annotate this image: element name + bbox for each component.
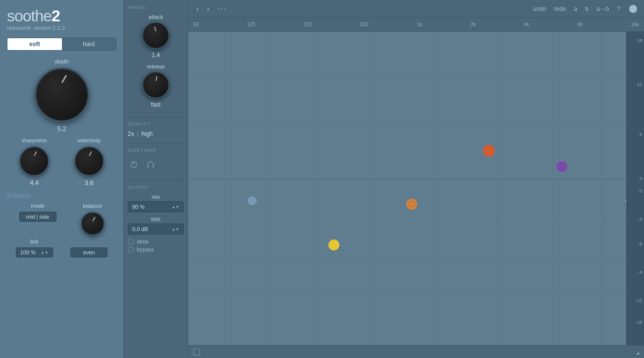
middle-panel: SPEED attack 1.4 release fast QUALITY 2x…: [124, 0, 188, 358]
more-button[interactable]: ···: [215, 3, 229, 14]
dual-knob-row: sharpness 4.4 selectivity 3.6: [7, 137, 116, 186]
app-logo: soothe2: [7, 8, 116, 24]
stereo-section: STEREO mode mid | side balance link: [7, 191, 116, 260]
stereo-link-item: link 100 % ▲▼: [16, 239, 53, 257]
right-panel: ‹ › ··· undo redo a b a→b ? 631252505: [188, 0, 644, 358]
ab-b-button[interactable]: b: [585, 5, 589, 12]
mode-soft-button[interactable]: soft: [7, 38, 62, 50]
trim-input[interactable]: 0.0 dB ▲▼: [128, 224, 184, 235]
freq-label-125: 125: [247, 22, 256, 27]
help-button[interactable]: ?: [617, 5, 620, 12]
balance-label: balance: [83, 203, 102, 209]
sharpness-label: sharpness: [22, 137, 47, 143]
depth-knob[interactable]: [35, 67, 89, 122]
freq-ruler: 631252505001k2k4k8k16k: [188, 18, 644, 32]
db-0a: 0: [640, 176, 642, 181]
bypass-row: bypass: [128, 246, 184, 252]
quality-section-label: QUALITY: [128, 121, 184, 126]
freq-label-1k: 1k: [417, 22, 422, 27]
speed-section-label: SPEED: [128, 5, 184, 10]
svg-rect-2: [147, 165, 149, 168]
freq-labels-row: 631252505001k2k4k8k16k: [188, 22, 644, 27]
depth-section: depth 5.2: [7, 59, 116, 132]
link-label: link: [30, 239, 39, 244]
attack-value: 1.4: [128, 52, 184, 59]
mix-spinner-arrows: ▲▼: [171, 205, 179, 209]
bottom-bar: [188, 345, 644, 358]
undo-button[interactable]: undo: [533, 5, 546, 12]
mode-select[interactable]: mid | side: [19, 212, 56, 222]
attack-knob[interactable]: [142, 22, 169, 49]
quality-divider: |: [137, 131, 139, 137]
top-actions: undo redo a b a→b ?: [533, 4, 638, 14]
freq-label-63: 63: [193, 22, 199, 27]
stereo-balance-item: balance: [81, 203, 105, 236]
trim-value: 0.0 dB: [132, 226, 148, 232]
settings-icon[interactable]: [628, 4, 638, 14]
db-0b: 0: [640, 188, 642, 193]
mix-input[interactable]: 80 % ▲▼: [128, 201, 184, 212]
attack-label: attack: [128, 14, 184, 20]
node-yellow[interactable]: [328, 239, 339, 250]
db-neg6: -6: [638, 241, 642, 246]
quality-row: 2x | high: [128, 130, 184, 137]
mode-hard-button[interactable]: hard: [62, 38, 116, 50]
release-knob[interactable]: [142, 71, 169, 99]
node-orange[interactable]: [483, 145, 495, 157]
trim-label: trim: [128, 216, 184, 222]
freq-label-4k: 4k: [524, 22, 530, 27]
selectivity-wrap: selectivity 3.6: [74, 137, 104, 186]
delta-radio[interactable]: [128, 239, 134, 244]
ab-a-button[interactable]: a: [574, 5, 578, 12]
forward-button[interactable]: ›: [205, 3, 211, 14]
release-indicator: [156, 76, 158, 81]
db-12: 12: [637, 82, 642, 87]
db-scale: 18 12 6 0 0 -3 -6 -9 -12 -18: [626, 32, 644, 345]
logo-name: soothe: [7, 7, 52, 25]
back-button[interactable]: ‹: [194, 3, 201, 14]
freq-label-16k: 16k: [631, 22, 639, 27]
top-bar: ‹ › ··· undo redo a b a→b ?: [188, 0, 644, 18]
node-gray[interactable]: [248, 196, 257, 205]
attack-indicator: [154, 26, 156, 31]
mix-label: mix: [128, 194, 184, 200]
divider-1: [128, 117, 184, 118]
selectivity-knob[interactable]: [74, 146, 104, 176]
db-neg3: -3: [638, 217, 642, 222]
stereo-mode-row: mode mid | side balance: [7, 203, 116, 236]
freq-label-2k: 2k: [470, 22, 476, 27]
eq-area[interactable]: 18 12 6 0 0 -3 -6 -9 -12 -18: [188, 32, 644, 345]
small-square-icon[interactable]: [193, 349, 200, 356]
selectivity-indicator: [89, 151, 92, 156]
link-spinner[interactable]: 100 % ▲▼: [16, 247, 53, 257]
node-purple[interactable]: [556, 161, 567, 172]
balance-knob[interactable]: [81, 212, 105, 236]
logo-version-num: 2: [52, 7, 60, 25]
redo-button[interactable]: redo: [554, 5, 566, 12]
sidechain-headphone-icon[interactable]: [145, 159, 157, 171]
db-6: 6: [640, 132, 642, 137]
balance-indicator: [92, 217, 96, 222]
bypass-radio[interactable]: [128, 246, 134, 252]
node-orange-dotted[interactable]: [406, 199, 417, 210]
link-value: 100 %: [20, 249, 36, 255]
stereo-even-item: even: [70, 239, 107, 257]
stereo-link-row: link 100 % ▲▼ even: [7, 239, 116, 257]
db-18: 18: [637, 38, 642, 43]
resize-icon[interactable]: [632, 348, 639, 356]
trim-spinner-arrows: ▲▼: [171, 227, 179, 232]
release-label: release: [128, 63, 184, 69]
stereo-mode-item: mode mid | side: [19, 203, 56, 236]
freq-label-500: 500: [360, 22, 369, 27]
ab-copy-button[interactable]: a→b: [596, 5, 609, 12]
mix-value: 80 %: [132, 204, 145, 210]
db-neg18: -18: [636, 320, 642, 325]
even-select[interactable]: even: [70, 247, 107, 257]
mode-button-group: soft hard: [7, 38, 116, 51]
sharpness-indicator: [34, 151, 37, 156]
sharpness-knob[interactable]: [19, 146, 49, 176]
delta-row: delta: [128, 239, 184, 244]
depth-label: depth: [55, 59, 69, 64]
sidechain-power-icon[interactable]: [128, 159, 140, 171]
even-spacer: [88, 239, 90, 244]
